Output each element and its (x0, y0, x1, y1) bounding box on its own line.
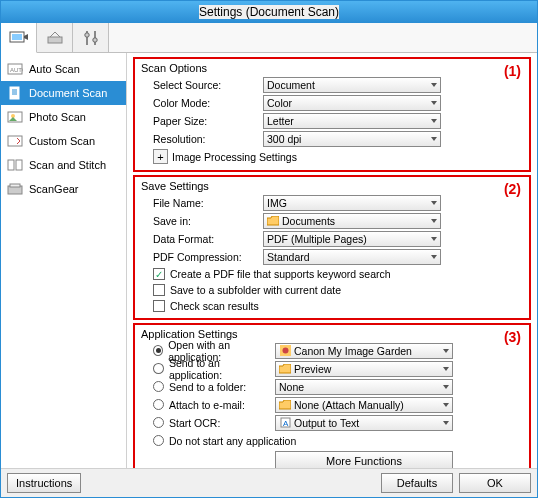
combo-start-ocr[interactable]: AOutput to Text (275, 415, 453, 431)
combo-data-format[interactable]: PDF (Multiple Pages) (263, 231, 441, 247)
section-tag-1: (1) (504, 63, 521, 79)
label-paper-size: Paper Size: (141, 115, 263, 127)
sidebar-item-label: Document Scan (29, 87, 107, 99)
combo-send-to-app[interactable]: Preview (275, 361, 453, 377)
section-scan-options: (1) Scan Options Select Source: Document… (133, 57, 531, 172)
section-tag-2: (2) (504, 181, 521, 197)
check-scan-results[interactable]: Check scan results (141, 298, 523, 314)
label-color-mode: Color Mode: (141, 97, 263, 109)
titlebar: Settings (Document Scan) (1, 1, 537, 23)
checkbox-icon (153, 284, 165, 296)
document-icon (7, 86, 23, 100)
sidebar-item-custom-scan[interactable]: Custom Scan (1, 129, 126, 153)
settings-dialog: Settings (Document Scan) AUTO Auto Scan (0, 0, 538, 498)
radio-icon (153, 399, 164, 410)
radio-icon (153, 417, 164, 428)
sidebar-item-label: Scan and Stitch (29, 159, 106, 171)
scangear-icon (7, 182, 23, 196)
folder-icon (279, 363, 291, 375)
checkbox-icon (153, 300, 165, 312)
footer-buttons: Instructions Defaults OK (1, 468, 537, 497)
section-save-settings: (2) Save Settings File Name: IMG Save in… (133, 175, 531, 320)
svg-point-6 (92, 37, 96, 41)
window-title: Settings (Document Scan) (199, 5, 339, 19)
sidebar-item-auto-scan[interactable]: AUTO Auto Scan (1, 57, 126, 81)
combo-send-to-folder[interactable]: None (275, 379, 453, 395)
radio-icon (153, 345, 163, 356)
sidebar-item-label: ScanGear (29, 183, 79, 195)
folder-icon (279, 399, 291, 411)
combo-paper-size[interactable]: Letter (263, 113, 441, 129)
button-more-functions[interactable]: More Functions (275, 451, 453, 469)
sidebar-item-photo-scan[interactable]: Photo Scan (1, 105, 126, 129)
svg-rect-16 (8, 160, 14, 170)
sidebar-item-document-scan[interactable]: Document Scan (1, 81, 126, 105)
text-icon: A (279, 417, 291, 429)
combo-open-with-app[interactable]: Canon My Image Garden (275, 343, 453, 359)
expand-image-processing[interactable]: + (153, 149, 168, 164)
svg-rect-9 (10, 87, 19, 99)
label-save-in: Save in: (141, 215, 263, 227)
check-subfolder-date[interactable]: Save to a subfolder with current date (141, 282, 523, 298)
sidebar: AUTO Auto Scan Document Scan Photo Scan … (1, 53, 127, 468)
check-keyword-search[interactable]: ✓Create a PDF file that supports keyword… (141, 266, 523, 282)
button-defaults[interactable]: Defaults (381, 473, 453, 493)
combo-select-source[interactable]: Document (263, 77, 441, 93)
app-icon (279, 345, 291, 357)
radio-icon (153, 435, 164, 446)
radio-icon (153, 363, 164, 374)
radio-start-ocr[interactable]: Start OCR: (141, 414, 275, 431)
custom-icon (7, 134, 23, 148)
svg-point-21 (282, 348, 288, 354)
radio-send-to-folder[interactable]: Send to a folder: (141, 378, 275, 395)
label-file-name: File Name: (141, 197, 263, 209)
photo-icon (7, 110, 23, 124)
tab-scan-from-panel[interactable] (37, 23, 73, 52)
svg-point-5 (84, 32, 88, 36)
button-ok[interactable]: OK (459, 473, 531, 493)
sidebar-item-label: Custom Scan (29, 135, 95, 147)
section-title: Save Settings (141, 180, 523, 192)
checkbox-icon: ✓ (153, 268, 165, 280)
folder-icon (267, 215, 279, 227)
svg-rect-2 (48, 37, 62, 43)
label-resolution: Resolution: (141, 133, 263, 145)
sidebar-item-scan-stitch[interactable]: Scan and Stitch (1, 153, 126, 177)
radio-icon (153, 381, 164, 392)
top-toolbar (1, 23, 537, 53)
tab-scan-from-computer[interactable] (1, 23, 37, 53)
combo-save-in[interactable]: Documents (263, 213, 441, 229)
svg-rect-19 (10, 184, 20, 187)
radio-send-to-app[interactable]: Send to an application: (141, 360, 275, 377)
auto-scan-icon: AUTO (7, 62, 23, 76)
combo-pdf-compression[interactable]: Standard (263, 249, 441, 265)
combo-file-name[interactable]: IMG (263, 195, 441, 211)
label-pdf-compression: PDF Compression: (141, 251, 263, 263)
label-image-processing: Image Processing Settings (172, 151, 297, 163)
svg-rect-17 (16, 160, 22, 170)
tab-general-settings[interactable] (73, 23, 109, 52)
combo-resolution[interactable]: 300 dpi (263, 131, 441, 147)
button-instructions[interactable]: Instructions (7, 473, 81, 493)
radio-do-not-start[interactable]: Do not start any application (141, 432, 341, 449)
svg-text:AUTO: AUTO (10, 67, 23, 73)
sidebar-item-label: Photo Scan (29, 111, 86, 123)
sidebar-item-scangear[interactable]: ScanGear (1, 177, 126, 201)
radio-attach-email[interactable]: Attach to e-mail: (141, 396, 275, 413)
content-area: (1) Scan Options Select Source: Document… (127, 53, 537, 468)
section-application-settings: (3) Application Settings Open with an ap… (133, 323, 531, 468)
label-select-source: Select Source: (141, 79, 263, 91)
stitch-icon (7, 158, 23, 172)
combo-attach-email[interactable]: None (Attach Manually) (275, 397, 453, 413)
section-tag-3: (3) (504, 329, 521, 345)
label-data-format: Data Format: (141, 233, 263, 245)
sidebar-item-label: Auto Scan (29, 63, 80, 75)
section-title: Scan Options (141, 62, 523, 74)
svg-rect-1 (12, 34, 22, 40)
combo-color-mode[interactable]: Color (263, 95, 441, 111)
svg-text:A: A (283, 419, 289, 428)
